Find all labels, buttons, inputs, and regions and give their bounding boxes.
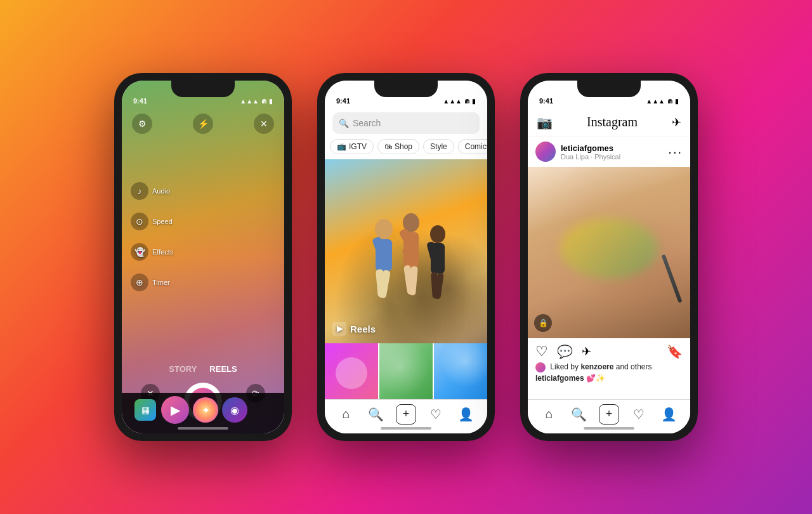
post-actions: ♡ 💬 ✈ 🔖 — [528, 338, 690, 362]
extra-btn-1[interactable]: ▶ — [161, 396, 189, 424]
reels-badge-icon: ▶ — [332, 322, 346, 336]
camera-side-controls: ♪ Audio ⊙ Speed 👻 Effects ⊕ Time — [131, 182, 173, 291]
search-bar[interactable]: 🔍 Search — [332, 112, 480, 134]
status-icons-phone2: ▲▲▲ ⋒ ▮ — [443, 98, 476, 105]
face-icon: ◉ — [230, 404, 239, 416]
liker-avatar — [535, 362, 546, 372]
time-phone2: 9:41 — [336, 97, 350, 105]
post-actions-left: ♡ 💬 ✈ — [535, 343, 591, 360]
status-icons-phone1: ▲▲▲ ⋒ ▮ — [240, 98, 273, 105]
camera-header-icon[interactable]: 📷 — [537, 115, 553, 130]
add-icon3: + — [599, 404, 619, 425]
extra-btn-3[interactable]: ◉ — [222, 397, 247, 423]
nav-add-btn3[interactable]: + — [598, 403, 620, 426]
lock-icon: 🔒 — [534, 314, 552, 332]
grid-cell-2[interactable] — [379, 343, 433, 399]
effects-control[interactable]: 👻 Effects — [131, 243, 173, 261]
reel-icon: ▶ — [171, 402, 180, 418]
eye-glitter-effect — [560, 218, 658, 279]
caption-username[interactable]: leticiafgomes — [535, 374, 584, 383]
feed-content: 📷 Instagram ✈ leticiafgomes Dua Lipa · P… — [528, 81, 690, 433]
grid-cell-1[interactable] — [325, 343, 378, 399]
battery-icon: ▮ — [269, 98, 273, 105]
comics-label: Comics — [465, 142, 487, 151]
speed-label: Speed — [152, 218, 173, 225]
signal-icon3: ▲▲▲ — [646, 98, 665, 105]
search-magnifier-icon: 🔍 — [339, 119, 349, 128]
nav-center: ▶ ✦ ◉ — [161, 396, 247, 424]
effects-label: Effects — [152, 248, 173, 256]
notch-phone3 — [577, 81, 641, 97]
post-subtitle: Dua Lipa · Physical — [561, 153, 620, 161]
shop-label: Shop — [395, 142, 412, 151]
send-header-icon[interactable]: ✈ — [672, 115, 681, 129]
feed-header: 📷 Instagram ✈ — [528, 109, 690, 136]
dancers-svg — [343, 178, 469, 343]
search-placeholder: Search — [353, 118, 381, 128]
nav-activity-btn3[interactable]: ♡ — [627, 403, 650, 426]
shop-icon: 🛍 — [384, 142, 392, 151]
reels-label: ▶ Reels — [332, 322, 376, 336]
gallery-icon: ▦ — [141, 405, 150, 415]
wifi-icon3: ⋒ — [667, 98, 672, 105]
nav-profile-btn3[interactable]: 👤 — [657, 403, 680, 426]
share-button[interactable]: ✈ — [582, 345, 591, 359]
likes-row: Liked by kenzoere and others — [528, 362, 690, 374]
nav-search-btn[interactable]: 🔍 — [365, 403, 388, 426]
user-info: leticiafgomes Dua Lipa · Physical — [561, 143, 620, 161]
save-button[interactable]: 🔖 — [667, 344, 683, 359]
home-indicator-phone2 — [381, 427, 431, 430]
story-mode[interactable]: STORY — [169, 364, 197, 374]
speed-control[interactable]: ⊙ Speed — [131, 213, 173, 230]
audio-control[interactable]: ♪ Audio — [131, 182, 173, 200]
battery-icon2: ▮ — [472, 98, 476, 105]
caption-text: 💕✨ — [586, 374, 605, 383]
signal-icon: ▲▲▲ — [240, 98, 259, 105]
notch-phone2 — [374, 81, 438, 97]
like-button[interactable]: ♡ — [535, 343, 548, 360]
music-icon: ♪ — [131, 182, 148, 200]
flash-icon[interactable]: ⚡ — [193, 114, 213, 134]
time-phone3: 9:41 — [539, 97, 553, 105]
glitter-icon: ✦ — [202, 404, 210, 416]
nav-add-btn[interactable]: + — [395, 403, 417, 426]
gallery-button[interactable]: ▦ — [134, 399, 156, 421]
cat-shop[interactable]: 🛍 Shop — [377, 139, 419, 154]
explore-grid — [325, 343, 487, 399]
timer-control[interactable]: ⊕ Timer — [131, 273, 173, 291]
username[interactable]: leticiafgomes — [561, 143, 620, 153]
nav-profile-btn[interactable]: 👤 — [454, 403, 477, 426]
timer-icon: ⊕ — [131, 273, 148, 291]
search-content: 🔍 Search 📺 IGTV 🛍 Shop Style Comics — [325, 81, 487, 433]
reels-text: Reels — [350, 324, 376, 334]
cat-style[interactable]: Style — [423, 139, 454, 154]
close-camera-icon[interactable]: ✕ — [254, 114, 274, 134]
audio-label: Audio — [152, 187, 170, 195]
home-indicator-phone1 — [178, 427, 228, 430]
status-icons-phone3: ▲▲▲ ⋒ ▮ — [646, 98, 679, 105]
igtv-label: IGTV — [349, 142, 367, 151]
wifi-icon: ⋒ — [261, 98, 266, 105]
avatar[interactable] — [535, 142, 556, 162]
nav-home-btn[interactable]: ⌂ — [335, 403, 358, 426]
extra-btn-2[interactable]: ✦ — [193, 397, 218, 423]
nav-search-btn3[interactable]: 🔍 — [568, 403, 591, 426]
settings-icon[interactable]: ⚙ — [132, 114, 152, 134]
svg-point-12 — [430, 225, 445, 243]
reels-hero-image: ▶ Reels — [325, 159, 487, 343]
phone-search: 9:41 ▲▲▲ ⋒ ▮ 🔍 Search 📺 IGTV 🛍 — [317, 73, 495, 441]
reels-mode[interactable]: REELS — [209, 364, 237, 374]
cat-comics[interactable]: Comics — [458, 139, 487, 154]
wifi-icon2: ⋒ — [464, 98, 469, 105]
add-icon: + — [396, 404, 416, 425]
grid-cell-3[interactable] — [434, 343, 487, 399]
liker-name[interactable]: kenzoere — [580, 362, 613, 371]
nav-activity-btn[interactable]: ♡ — [424, 403, 447, 426]
instagram-logo: Instagram — [587, 115, 638, 129]
comment-button[interactable]: 💬 — [557, 344, 573, 359]
more-options-button[interactable]: ··· — [668, 145, 683, 159]
style-label: Style — [430, 142, 447, 151]
speed-icon: ⊙ — [131, 213, 148, 230]
nav-home-btn3[interactable]: ⌂ — [538, 403, 561, 426]
cat-igtv[interactable]: 📺 IGTV — [330, 139, 374, 154]
